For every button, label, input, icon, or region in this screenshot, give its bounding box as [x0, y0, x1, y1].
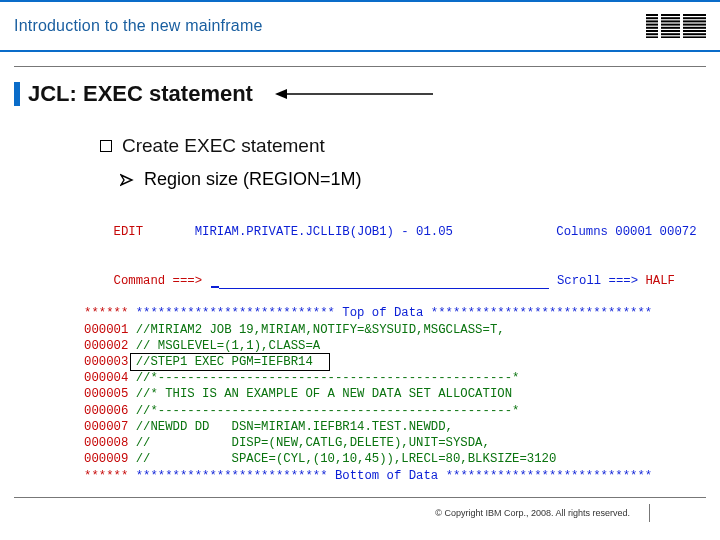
copyright-text: © Copyright IBM Corp., 2008. All rights …: [435, 508, 630, 518]
slide-header: Introduction to the new mainframe: [0, 0, 720, 50]
svg-rect-7: [646, 36, 706, 38]
svg-rect-5: [646, 30, 706, 32]
terminal-edit-line: EDIT MIRIAM.PRIVATE.JCLLIB(JOB1) - 01.05…: [84, 208, 660, 257]
line-seq: 000005: [84, 387, 128, 401]
top-stars-right: ******************************: [431, 306, 652, 320]
header-divider: [0, 50, 720, 52]
line-code: //* THIS IS AN EXAMPLE OF A NEW DATA SET…: [136, 387, 512, 401]
line-seq: 000001: [84, 323, 128, 337]
svg-rect-2: [646, 20, 706, 22]
terminal-line: 000001 //MIRIAM2 JOB 19,MIRIAM,NOTIFY=&S…: [84, 322, 660, 338]
arrow-left-icon: [275, 87, 435, 101]
terminal-top-banner: ****** *************************** Top o…: [84, 305, 660, 321]
terminal-line: 000007 //NEWDD DD DSN=MIRIAM.IEFBR14.TES…: [84, 419, 660, 435]
line-code: // MSGLEVEL=(1,1),CLASS=A: [136, 339, 320, 353]
rule-top: [14, 66, 706, 67]
bullet-main-text: Create EXEC statement: [122, 135, 325, 157]
svg-rect-3: [646, 24, 706, 26]
svg-rect-1: [646, 17, 706, 19]
top-of-data-text: Top of Data: [335, 306, 431, 320]
scroll-value: HALF: [645, 274, 675, 288]
arrowhead-icon: [120, 173, 134, 187]
svg-rect-6: [646, 33, 706, 35]
ibm-logo-icon: [646, 14, 706, 38]
dataset-name: MIRIAM.PRIVATE.JCLLIB(JOB1) - 01.05: [195, 225, 453, 239]
seq-bot: ******: [84, 469, 128, 483]
cursor-icon: [211, 286, 219, 288]
line-seq: 000007: [84, 420, 128, 434]
terminal-bottom-banner: ****** ************************** Bottom…: [84, 468, 660, 484]
line-seq: 000002: [84, 339, 128, 353]
scroll-label: Scroll ===>: [557, 274, 638, 288]
svg-rect-8: [658, 14, 661, 38]
seq-top: ******: [84, 306, 128, 320]
command-input-underline: [219, 277, 549, 289]
columns-label: Columns 00001 00072: [556, 225, 696, 239]
bullet-sub-text: Region size (REGION=1M): [144, 169, 362, 190]
slide-title-row: JCL: EXEC statement: [0, 81, 720, 107]
footer-rule: [14, 497, 706, 498]
line-code: //*-------------------------------------…: [136, 371, 520, 385]
terminal-block: EDIT MIRIAM.PRIVATE.JCLLIB(JOB1) - 01.05…: [84, 208, 660, 484]
svg-rect-9: [680, 14, 683, 38]
slide-title: JCL: EXEC statement: [28, 81, 253, 107]
edit-label: EDIT: [114, 225, 144, 239]
terminal-line: 000002 // MSGLEVEL=(1,1),CLASS=A: [84, 338, 660, 354]
bullet-main-row: Create EXEC statement: [100, 135, 706, 157]
top-stars-left: ***************************: [136, 306, 335, 320]
command-label: Command ===>: [114, 274, 203, 288]
bullet-sub-row: Region size (REGION=1M): [100, 169, 706, 190]
terminal-line: 000005 //* THIS IS AN EXAMPLE OF A NEW D…: [84, 386, 660, 402]
line-seq: 000008: [84, 436, 128, 450]
line-code: // DISP=(NEW,CATLG,DELETE),UNIT=SYSDA,: [136, 436, 490, 450]
terminal-code-lines: 000001 //MIRIAM2 JOB 19,MIRIAM,NOTIFY=&S…: [84, 322, 660, 468]
terminal-command-line: Command ===> Scroll ===> HALF: [84, 257, 660, 306]
line-code: // SPACE=(CYL,(10,10,45)),LRECL=80,BLKSI…: [136, 452, 557, 466]
header-title: Introduction to the new mainframe: [14, 17, 263, 35]
terminal-line: 000003 //STEP1 EXEC PGM=IEFBR14: [84, 354, 660, 370]
line-seq: 000006: [84, 404, 128, 418]
bottom-of-data-text: Bottom of Data: [328, 469, 446, 483]
line-seq: 000004: [84, 371, 128, 385]
line-seq: 000003: [84, 355, 128, 369]
title-accent-bar: [14, 82, 20, 106]
footer-vertical-bar: [649, 504, 650, 522]
line-code: //MIRIAM2 JOB 19,MIRIAM,NOTIFY=&SYSUID,M…: [136, 323, 505, 337]
line-code: //NEWDD DD DSN=MIRIAM.IEFBR14.TEST.NEWDD…: [136, 420, 453, 434]
terminal-line: 000008 // DISP=(NEW,CATLG,DELETE),UNIT=S…: [84, 435, 660, 451]
svg-rect-0: [646, 14, 706, 16]
line-seq: 000009: [84, 452, 128, 466]
terminal-line: 000009 // SPACE=(CYL,(10,10,45)),LRECL=8…: [84, 451, 660, 467]
bot-stars-left: **************************: [136, 469, 328, 483]
square-bullet-icon: [100, 140, 112, 152]
line-code: //*-------------------------------------…: [136, 404, 520, 418]
line-code: //STEP1 EXEC PGM=IEFBR14: [136, 355, 313, 369]
svg-rect-4: [646, 27, 706, 29]
terminal-line: 000006 //*------------------------------…: [84, 403, 660, 419]
body-content: Create EXEC statement Region size (REGIO…: [0, 107, 720, 190]
bot-stars-right: ****************************: [446, 469, 653, 483]
svg-marker-11: [275, 89, 287, 99]
terminal-line: 000004 //*------------------------------…: [84, 370, 660, 386]
